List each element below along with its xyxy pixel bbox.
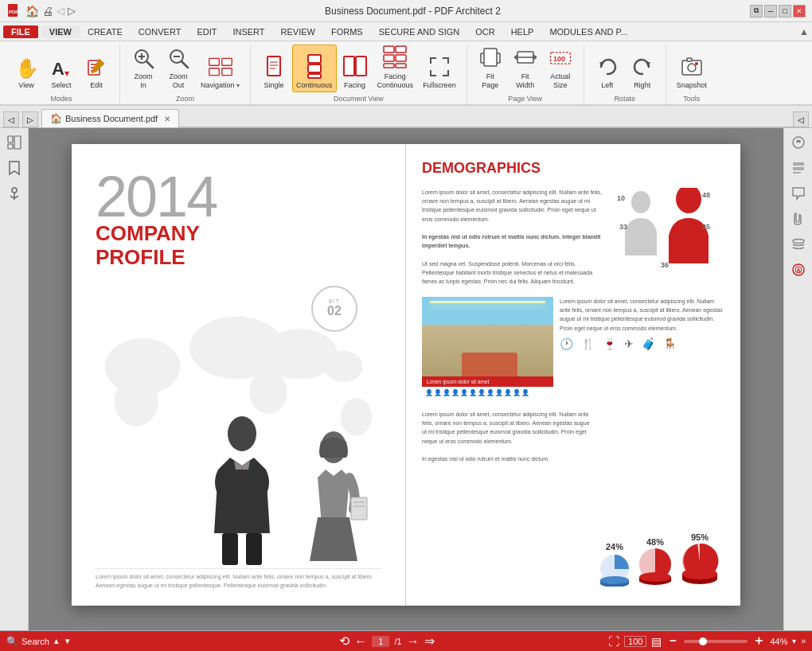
minimize-btn[interactable]: ─ (764, 5, 777, 18)
svg-text:100: 100 (553, 56, 565, 64)
snapshot-btn[interactable]: Snapshot (673, 45, 711, 92)
single-btn[interactable]: Single (257, 45, 291, 92)
back-icon[interactable]: ◁ (57, 5, 64, 17)
actual-size-status-btn[interactable]: 100 (624, 636, 646, 647)
facing-btn[interactable]: Facing (338, 45, 372, 92)
fit-width-btn[interactable]: FitWidth (509, 45, 542, 92)
plane-icon: ✈ (624, 337, 634, 350)
search-down-btn[interactable]: ▼ (64, 637, 72, 645)
bookmarks-panel-btn[interactable] (3, 157, 25, 179)
svg-rect-20 (267, 57, 280, 76)
ribbon-group-rotate: Left Right Rotate (584, 45, 666, 104)
continuous-btn[interactable]: Continuous (292, 45, 337, 92)
svg-point-55 (325, 351, 362, 382)
select-label: Select (51, 81, 71, 90)
tabs-nav-left[interactable]: ◁ (3, 111, 19, 127)
select-btn[interactable]: A ▾ Select (45, 45, 78, 92)
svg-point-57 (228, 416, 256, 451)
comment-tool-btn[interactable] (787, 182, 810, 205)
zoom-slider[interactable] (684, 640, 748, 643)
svg-text:25: 25 (702, 223, 710, 231)
menu-help[interactable]: HELP (503, 25, 542, 38)
navigation-icon (208, 54, 233, 80)
zoom-out-status-btn[interactable]: － (666, 633, 679, 649)
nav-next-btn[interactable]: → (407, 634, 420, 649)
zoom-in-label: ZoomIn (134, 72, 152, 90)
fit-page-btn[interactable]: FitPage (474, 45, 507, 92)
print-icon[interactable]: 🖨 (42, 5, 53, 18)
svg-text:A: A (52, 59, 64, 79)
fullscreen-btn[interactable]: Fullscreen (419, 45, 460, 92)
svg-rect-30 (396, 46, 406, 53)
nav-rewind-btn[interactable]: ⟲ (339, 633, 349, 649)
menu-convert[interactable]: CONVERT (131, 25, 189, 38)
properties-tool-btn[interactable] (787, 131, 810, 154)
actual-size-btn[interactable]: 100 ActualSize (544, 45, 577, 92)
pie-charts: 24% (597, 410, 724, 590)
menu-review[interactable]: REVIEW (273, 25, 323, 38)
menu-file[interactable]: FILE (3, 25, 38, 38)
svg-text:33: 33 (619, 223, 627, 231)
layers-tool-btn[interactable] (787, 233, 810, 255)
menu-secure[interactable]: SECURE AND SIGN (371, 25, 467, 38)
fit-screen-btn[interactable]: ⛶ (608, 635, 619, 648)
bottom-text: Lorem ipsum dolor sit amet, consectetur … (422, 410, 591, 590)
search-label: Search (21, 637, 49, 646)
more-btn[interactable]: » (801, 637, 806, 645)
single-page-btn[interactable]: ▤ (651, 635, 662, 648)
svg-rect-46 (8, 144, 13, 149)
clip-tool-btn[interactable] (787, 208, 810, 230)
svg-text:10: 10 (617, 194, 625, 202)
close-btn[interactable]: ✕ (793, 5, 806, 18)
svg-point-48 (12, 188, 17, 193)
zoom-dropdown-btn[interactable]: ▾ (792, 637, 796, 645)
home-icon[interactable]: 🏠 (25, 5, 39, 18)
menu-view[interactable]: VIEW (41, 25, 80, 38)
svg-point-82 (682, 568, 717, 579)
find-tool-btn[interactable] (787, 157, 810, 179)
search-up-btn[interactable]: ▲ (53, 637, 61, 645)
menu-modules[interactable]: MODULES AND P... (541, 25, 635, 38)
page-number: 1 (372, 636, 389, 647)
svg-rect-86 (793, 172, 801, 173)
collapse-icon[interactable]: ▲ (799, 26, 809, 37)
zoom-in-status-btn[interactable]: ＋ (752, 633, 765, 649)
hotel-section: Lorem ipsum dolor sit amet 👤👤 👤👤 👤👤 👤👤 👤… (422, 297, 724, 399)
ribbon-group-docview: Single Continuous (251, 45, 467, 104)
tabs-collapse-btn[interactable]: ◁ (793, 111, 809, 127)
view-btn[interactable]: ✋ View (10, 45, 43, 92)
navigation-label: Navigation ▾ (201, 81, 240, 90)
pie-24-label: 24% (606, 542, 623, 552)
fit-width-label: FitWidth (516, 72, 534, 90)
facing-continuous-btn[interactable]: FacingContinuous (373, 45, 418, 92)
anchor-panel-btn[interactable] (3, 182, 25, 205)
pages-panel-btn[interactable] (3, 131, 25, 154)
zoom-out-btn[interactable]: ZoomOut (162, 45, 195, 92)
nav-prev-btn[interactable]: ← (354, 634, 367, 649)
menu-ocr[interactable]: OCR (467, 25, 502, 38)
rotate-left-btn[interactable]: Left (591, 45, 624, 92)
edit-btn[interactable]: Edit (80, 45, 113, 92)
zoom-in-btn[interactable]: ZoomIn (127, 45, 160, 92)
seal-tool-btn[interactable]: A (787, 259, 810, 281)
maximize-btn[interactable]: □ (779, 5, 791, 18)
tab-label: Business Document.pdf (65, 114, 158, 123)
title-bar: PDF 🏠 🖨 ◁ ▷ Business Document.pdf - PDF … (0, 0, 812, 22)
rotate-right-btn[interactable]: Right (626, 45, 659, 92)
menu-edit[interactable]: EDIT (189, 25, 224, 38)
nav-last-btn[interactable]: ⇒ (424, 633, 435, 649)
forward-icon[interactable]: ▷ (68, 5, 76, 17)
restore-btn[interactable]: ⧉ (750, 5, 763, 18)
dotted-separator (96, 568, 381, 569)
year-text: 2014 (96, 168, 381, 225)
document-tab[interactable]: 🏠 Business Document.pdf ✕ (41, 109, 179, 127)
rotate-right-icon (630, 54, 655, 80)
tab-close-btn[interactable]: ✕ (164, 115, 170, 123)
menu-forms[interactable]: FORMS (323, 25, 371, 38)
pie-48: 48% (635, 537, 675, 587)
svg-rect-28 (356, 57, 366, 76)
tabs-nav-right[interactable]: ▷ (22, 111, 38, 127)
menu-create[interactable]: CREATE (80, 25, 131, 38)
navigation-btn[interactable]: Navigation ▾ (197, 45, 244, 92)
menu-insert[interactable]: INSERT (224, 25, 272, 38)
